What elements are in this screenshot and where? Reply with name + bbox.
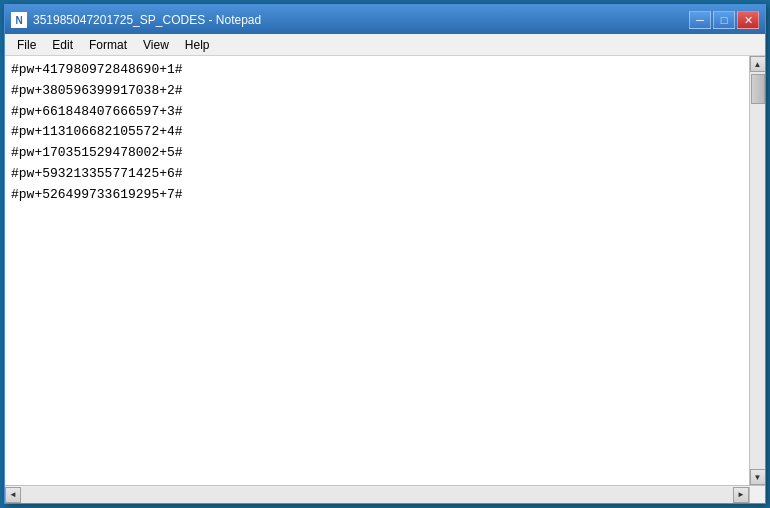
menu-view[interactable]: View [135,35,177,55]
scroll-thumb-y[interactable] [751,74,765,104]
vertical-scrollbar[interactable]: ▲ ▼ [749,56,765,485]
window-title: 351985047201725_SP_CODES - Notepad [33,13,261,27]
scroll-up-button[interactable]: ▲ [750,56,766,72]
menu-format[interactable]: Format [81,35,135,55]
horizontal-scrollbar[interactable]: ◄ ► [5,487,749,503]
menu-edit[interactable]: Edit [44,35,81,55]
notepad-window: N 351985047201725_SP_CODES - Notepad ─ □… [4,4,766,504]
menu-bar: File Edit Format View Help [5,34,765,56]
title-bar-buttons: ─ □ ✕ [689,11,759,29]
scroll-right-button[interactable]: ► [733,487,749,503]
close-button[interactable]: ✕ [737,11,759,29]
bottom-bar: ◄ ► [5,485,765,503]
title-bar-left: N 351985047201725_SP_CODES - Notepad [11,12,261,28]
menu-help[interactable]: Help [177,35,218,55]
scroll-track-x[interactable] [21,487,733,503]
scroll-left-button[interactable]: ◄ [5,487,21,503]
text-editor[interactable] [5,56,749,485]
menu-file[interactable]: File [9,35,44,55]
scroll-down-button[interactable]: ▼ [750,469,766,485]
scrollbar-corner [749,487,765,503]
app-icon: N [11,12,27,28]
content-area: ▲ ▼ [5,56,765,485]
scroll-track-y[interactable] [750,72,765,469]
maximize-button[interactable]: □ [713,11,735,29]
title-bar: N 351985047201725_SP_CODES - Notepad ─ □… [5,6,765,34]
minimize-button[interactable]: ─ [689,11,711,29]
